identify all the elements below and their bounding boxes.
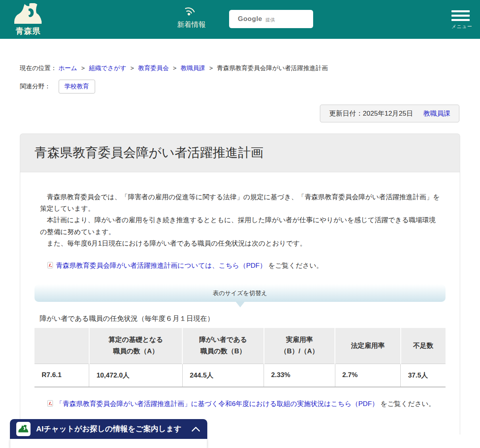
breadcrumb-link-teaching-staff-division[interactable]: 教職員課 <box>181 65 205 71</box>
header-cell-empty <box>34 328 89 364</box>
update-date-box: 更新日付：2025年12月25日 教職員課 <box>320 105 459 122</box>
table-row: R7.6.1 10,472.0人 244.5人 2.33% 2.7% 37.5人 <box>34 364 446 387</box>
header-cell-legal-rate: 法定雇用率 <box>335 328 401 364</box>
header-cell-shortage: 不足数 <box>401 328 446 364</box>
breadcrumb-link-home[interactable]: ホーム <box>58 65 77 71</box>
pdf-link-suffix: をご覧ください。 <box>268 262 323 269</box>
pdf-link-plan[interactable]: 青森県教育委員会障がい者活躍推進計画については、こちら（PDF） <box>56 262 266 269</box>
cell-legal-rate: 2.7% <box>335 364 401 387</box>
breadcrumb-separator: > <box>81 65 85 71</box>
breadcrumb-separator: > <box>209 65 213 71</box>
site-header: 青森県 新着情報 Google 提供 メニュー <box>0 0 480 39</box>
department-link[interactable]: 教職員課 <box>423 109 450 118</box>
cell-actual-rate: 2.33% <box>264 364 335 387</box>
cell-disabled-staff-count: 244.5人 <box>182 364 264 387</box>
article-body: 青森県教育委員会では、「障害者の雇用の促進等に関する法律」の規定に基づき、「青森… <box>20 172 460 435</box>
breadcrumb-separator: > <box>173 65 176 71</box>
employment-status-table: 算定の基礎となる 職員の数（A） 障がい者である 職員の数（B） 実雇用率 （B… <box>34 328 446 387</box>
toggle-pointer-triangle <box>236 302 245 307</box>
pdf-link-row-plan: 青森県教育委員会障がい者活躍推進計画については、こちら（PDF） をご覧ください… <box>47 260 446 273</box>
related-tag-school-education[interactable]: 学校教育 <box>59 80 95 93</box>
cell-base-staff-count: 10,472.0人 <box>89 364 182 387</box>
table-size-toggle-button[interactable]: 表のサイズを切替え <box>34 284 446 302</box>
page-title: 青森県教育委員会障がい者活躍推進計画 <box>20 133 460 172</box>
breadcrumb-link-organization[interactable]: 組織でさがす <box>89 65 126 71</box>
article: 青森県教育委員会障がい者活躍推進計画 青森県教育委員会では、「障害者の雇用の促進… <box>20 133 460 435</box>
ai-chat-widget: AIチャットがお探しの情報をご案内します <box>10 419 207 448</box>
menu-button[interactable]: メニュー <box>451 10 470 30</box>
google-provided-label: 提供 <box>266 15 275 23</box>
paragraph: また、毎年度6月1日現在における障がい者である職員の任免状況は次のとおりです。 <box>40 238 440 249</box>
news-link[interactable]: 新着情報 <box>176 5 207 29</box>
article-paragraphs: 青森県教育委員会では、「障害者の雇用の促進等に関する法律」の規定に基づき、「青森… <box>40 191 440 249</box>
aomori-logo[interactable]: 青森県 <box>11 3 45 36</box>
pdf-icon <box>47 261 54 273</box>
news-label: 新着情報 <box>176 20 207 29</box>
broadcast-icon <box>185 11 198 18</box>
breadcrumb-current-page: 青森県教育委員会障がい者活躍推進計画 <box>217 65 328 71</box>
menu-label: メニュー <box>451 23 470 30</box>
aomori-prefecture-symbol-icon <box>11 3 45 25</box>
google-watermark: Google <box>238 15 262 23</box>
pdf-link-row-implementation: 「青森県教育委員会障がい者活躍推進計画」に基づく令和6年度における取組の実施状況… <box>47 398 446 411</box>
update-date-text: 更新日付：2025年12月25日 <box>329 109 413 118</box>
pdf-link-suffix: をご覧ください。 <box>381 400 435 408</box>
chat-banner-label: AIチャットがお探しの情報をご案内します <box>36 424 182 434</box>
table-header-row: 算定の基礎となる 職員の数（A） 障がい者である 職員の数（B） 実雇用率 （B… <box>34 328 446 364</box>
pdf-link-implementation-status[interactable]: 「青森県教育委員会障がい者活躍推進計画」に基づく令和6年度における取組の実施状況… <box>56 400 379 408</box>
hamburger-icon <box>451 10 470 21</box>
paragraph: 青森県教育委員会では、「障害者の雇用の促進等に関する法律」の規定に基づき、「青森… <box>40 191 440 214</box>
breadcrumb-separator: > <box>130 65 134 71</box>
related-fields-label: 関連分野： <box>20 82 51 91</box>
related-fields-row: 関連分野： 学校教育 <box>20 80 480 93</box>
ai-chat-banner[interactable]: AIチャットがお探しの情報をご案内します <box>10 419 207 439</box>
table-caption: 障がい者である職員の任免状況（毎年度６月１日現在） <box>40 314 446 323</box>
paragraph: 本計画により、障がい者の雇用を引き続き推進するとともに、採用した障がい者が仕事に… <box>40 214 440 237</box>
google-search-input[interactable]: Google 提供 <box>229 10 313 28</box>
breadcrumb-prefix: 現在の位置： <box>20 65 57 71</box>
chevron-up-icon <box>191 426 200 432</box>
chat-aomori-logo-icon <box>16 422 31 436</box>
cell-date: R7.6.1 <box>34 364 89 387</box>
pdf-icon <box>47 399 54 411</box>
breadcrumb-link-board-of-education[interactable]: 教育委員会 <box>138 65 169 71</box>
breadcrumb: 現在の位置：ホーム > 組織でさがす > 教育委員会 > 教職員課 > 青森県教… <box>20 64 480 72</box>
header-cell-disabled-staff: 障がい者である 職員の数（B） <box>182 328 264 364</box>
header-cell-base-staff: 算定の基礎となる 職員の数（A） <box>89 328 182 364</box>
cell-shortage: 37.5人 <box>401 364 446 387</box>
chat-window-top <box>10 439 207 448</box>
logo-text: 青森県 <box>11 26 45 36</box>
header-cell-actual-rate: 実雇用率 （B）/（A） <box>264 328 335 364</box>
